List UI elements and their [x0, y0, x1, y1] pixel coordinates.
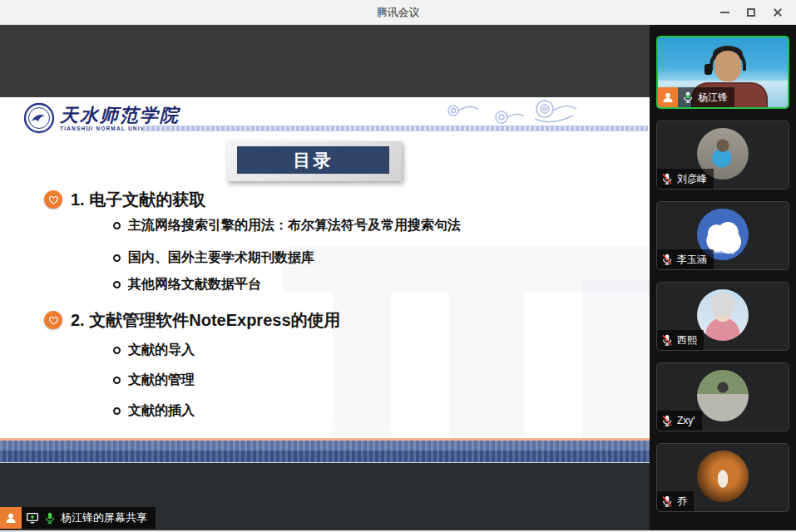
participant-label: 李玉涵 [657, 249, 714, 269]
mic-muted-icon [660, 495, 674, 508]
participant-name: 刘彦峰 [677, 172, 707, 186]
wave-border-decoration [143, 126, 648, 131]
participant-label: 杨江锋 [658, 87, 734, 107]
toc-title-frame: 目录 [227, 141, 402, 181]
mic-on-icon [43, 511, 57, 525]
mic-muted-icon [660, 172, 674, 185]
circle-bullet-icon [113, 254, 121, 262]
window-controls [711, 0, 791, 25]
minimize-button[interactable] [711, 0, 738, 25]
participant-tile[interactable]: 西熙 [656, 282, 789, 351]
window-title: 腾讯会议 [377, 5, 420, 20]
maximize-icon [747, 8, 755, 17]
heart-bullet-icon [44, 311, 62, 329]
circle-bullet-icon [113, 377, 121, 384]
slide-footer-band [0, 438, 650, 462]
circle-bullet-icon [113, 407, 121, 415]
section-heading: 1. 电子文献的获取 [71, 189, 205, 211]
section-heading: 2. 文献管理软件NoteExpress的使用 [71, 309, 341, 332]
participant-tile[interactable]: Zxy' [656, 362, 789, 431]
participant-tile-active[interactable]: 杨江锋 [656, 36, 789, 109]
screen-share-icon [26, 511, 39, 525]
participant-label: Zxy' [657, 411, 702, 431]
main-area: 天水师范学院 TIANSHUI NORMAL UNIVERSITY [0, 25, 796, 530]
participant-tile[interactable]: 刘彦峰 [656, 121, 789, 190]
minimize-icon [720, 12, 729, 13]
toc-item: 国内、国外主要学术期刊数据库 [113, 249, 314, 267]
toc-item: 主流网络搜索引擎的用法：布尔算法符号及常用搜索句法 [113, 217, 461, 234]
avatar [697, 370, 749, 421]
shared-screen-stage: 天水师范学院 TIANSHUI NORMAL UNIVERSITY [0, 25, 650, 530]
circle-bullet-icon [113, 347, 121, 354]
toc-item: 文献的插入 [113, 402, 195, 420]
participants-sidebar: 杨江锋 刘彦峰 [650, 25, 796, 530]
toc-title: 目录 [294, 149, 334, 172]
title-bar: 腾讯会议 [0, 0, 796, 25]
toc-item: 文献的管理 [113, 372, 195, 389]
participant-label: 乔 [657, 491, 694, 511]
toc-title-box: 目录 [237, 146, 389, 174]
mic-on-icon [681, 91, 695, 104]
participant-tile[interactable]: 乔 [656, 443, 789, 512]
participant-name: 杨江锋 [698, 91, 728, 105]
person-badge-icon [658, 87, 678, 107]
share-chip: 杨江锋的屏幕共享 [22, 507, 156, 529]
participant-name: 李玉涵 [677, 253, 707, 267]
cloud-motif-decoration [420, 97, 578, 127]
participant-name: 西熙 [677, 333, 697, 347]
participant-name: 乔 [677, 495, 687, 509]
meeting-window: 腾讯会议 天水师范学院 TIANSHUI NORMAL [0, 0, 796, 532]
mic-muted-icon [660, 414, 674, 427]
close-button[interactable] [764, 0, 791, 25]
avatar [697, 289, 749, 341]
mic-muted-icon [660, 253, 674, 266]
presentation-slide: 天水师范学院 TIANSHUI NORMAL UNIVERSITY [0, 97, 650, 463]
circle-bullet-icon [113, 281, 121, 288]
maximize-button[interactable] [738, 0, 764, 25]
screen-share-banner: 杨江锋的屏幕共享 [0, 507, 156, 529]
avatar [697, 451, 749, 502]
share-banner-text: 杨江锋的屏幕共享 [61, 510, 147, 525]
close-icon [773, 7, 783, 17]
mic-muted-icon [660, 333, 674, 347]
university-name-cn: 天水师范学院 [60, 106, 180, 126]
university-emblem-icon [23, 102, 55, 134]
toc-item: 文献的导入 [113, 342, 195, 359]
heart-bullet-icon [44, 190, 62, 209]
circle-bullet-icon [113, 222, 121, 229]
participant-label: 西熙 [657, 330, 704, 350]
person-badge-icon [0, 507, 22, 529]
participant-name: Zxy' [677, 415, 695, 426]
participant-label: 刘彦峰 [657, 169, 714, 189]
participant-tile[interactable]: Sweet hug 李玉涵 [656, 201, 789, 270]
toc-item: 其他网络文献数据平台 [113, 276, 261, 293]
